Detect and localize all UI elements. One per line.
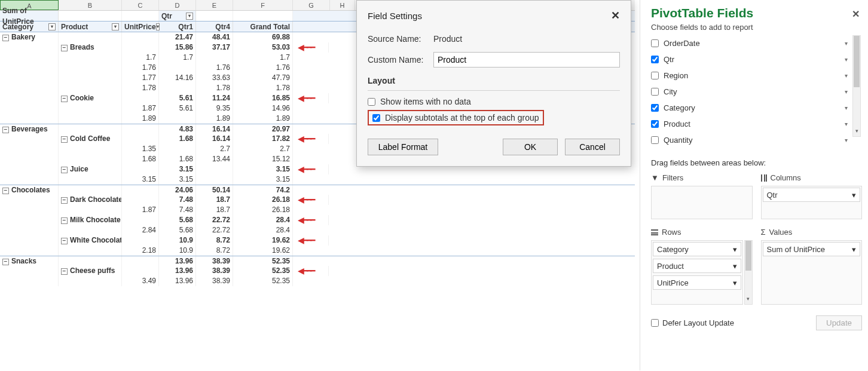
- cell[interactable]: 16.85: [233, 93, 293, 103]
- values-dropzone[interactable]: Sum of UnitPrice▾: [761, 240, 863, 305]
- cell[interactable]: 19.62: [233, 235, 293, 246]
- cell[interactable]: [122, 93, 159, 103]
- field-item[interactable]: OrderDate ▾: [651, 35, 848, 51]
- product-row[interactable]: −Dark Chocolate: [59, 195, 122, 205]
- cell[interactable]: 10.9: [159, 246, 196, 256]
- cell[interactable]: 1.76: [233, 63, 293, 73]
- cell[interactable]: 22.72: [196, 215, 233, 225]
- cell[interactable]: [59, 246, 122, 256]
- cell[interactable]: [122, 235, 159, 246]
- field-item[interactable]: Product ▾: [651, 116, 848, 132]
- cell[interactable]: 8.72: [196, 235, 233, 246]
- product-header[interactable]: Product▾: [59, 22, 122, 32]
- chevron-down-icon[interactable]: ▾: [845, 40, 848, 47]
- field-chip[interactable]: Product▾: [653, 259, 741, 273]
- cell[interactable]: 4.83: [159, 124, 196, 134]
- chevron-down-icon[interactable]: ▾: [733, 278, 737, 287]
- cell[interactable]: [59, 256, 122, 266]
- cell[interactable]: 14.96: [233, 103, 293, 114]
- cell[interactable]: 3.15: [233, 174, 293, 185]
- cell[interactable]: [159, 144, 196, 154]
- filters-dropzone[interactable]: [651, 186, 753, 219]
- cell[interactable]: 38.39: [196, 266, 233, 276]
- cell[interactable]: 1.35: [122, 144, 159, 154]
- collapse-icon[interactable]: −: [61, 136, 68, 143]
- collapse-icon[interactable]: −: [2, 259, 9, 265]
- qtr1-header[interactable]: Qtr1: [159, 22, 196, 32]
- cell[interactable]: 53.03: [233, 42, 293, 53]
- cell[interactable]: 26.18: [233, 195, 293, 205]
- cell[interactable]: [0, 215, 59, 225]
- cell[interactable]: 1.89: [233, 114, 293, 124]
- unitprice-header[interactable]: UnitPrice▾: [122, 22, 159, 32]
- ok-button[interactable]: OK: [503, 139, 558, 155]
- field-item[interactable]: City ▾: [651, 84, 848, 100]
- chevron-down-icon[interactable]: ▾: [845, 56, 848, 63]
- cell[interactable]: 8.72: [196, 246, 233, 256]
- cell[interactable]: 38.39: [196, 256, 233, 266]
- cell[interactable]: [59, 276, 122, 286]
- cell[interactable]: 1.7: [159, 53, 196, 63]
- product-row[interactable]: −White Chocolate: [59, 235, 122, 246]
- cell[interactable]: 13.96: [159, 256, 196, 266]
- update-button[interactable]: Update: [816, 315, 862, 330]
- field-checkbox[interactable]: [651, 136, 659, 144]
- cell[interactable]: 7.48: [159, 195, 196, 205]
- field-item[interactable]: Quantity ▾: [651, 132, 848, 148]
- chevron-down-icon[interactable]: ▾: [845, 137, 848, 143]
- col-header[interactable]: D: [159, 0, 196, 10]
- cell[interactable]: [196, 174, 233, 185]
- cell[interactable]: [122, 134, 159, 144]
- chevron-down-icon[interactable]: ▾: [845, 105, 848, 111]
- field-checkbox[interactable]: [651, 56, 659, 63]
- label-format-button[interactable]: Label Format: [368, 139, 438, 155]
- show-items-checkbox[interactable]: [368, 98, 375, 106]
- cell[interactable]: 21.47: [159, 32, 196, 42]
- cell[interactable]: [59, 225, 122, 235]
- chevron-down-icon[interactable]: ▾: [845, 72, 848, 79]
- field-checkbox[interactable]: [651, 88, 659, 96]
- cell[interactable]: [159, 114, 196, 124]
- cell[interactable]: [0, 103, 59, 114]
- col-header[interactable]: C: [122, 0, 159, 10]
- field-checkbox[interactable]: [651, 72, 659, 79]
- chevron-down-icon[interactable]: ▾: [745, 296, 752, 304]
- cell[interactable]: [122, 124, 159, 134]
- cell[interactable]: [0, 276, 59, 286]
- cell[interactable]: 48.41: [196, 32, 233, 42]
- qtr4-header[interactable]: Qtr4: [196, 22, 233, 32]
- cell[interactable]: 74.2: [233, 185, 293, 195]
- cell[interactable]: [0, 114, 59, 124]
- cell[interactable]: [59, 63, 122, 73]
- cell[interactable]: 2.7: [233, 144, 293, 154]
- cell[interactable]: 18.7: [196, 205, 233, 215]
- scrollbar-thumb[interactable]: [854, 36, 860, 87]
- cell[interactable]: [59, 103, 122, 114]
- cell[interactable]: 28.4: [233, 225, 293, 235]
- cell[interactable]: 16.14: [196, 124, 233, 134]
- cell[interactable]: [0, 93, 59, 103]
- cell[interactable]: [59, 144, 122, 154]
- chevron-down-icon[interactable]: ▾: [733, 262, 737, 271]
- cell[interactable]: [0, 225, 59, 235]
- cell[interactable]: [0, 83, 59, 93]
- cell[interactable]: [0, 63, 59, 73]
- cell[interactable]: 33.63: [196, 73, 233, 83]
- category-row[interactable]: −Chocolates: [0, 185, 59, 195]
- chevron-down-icon[interactable]: ▾: [852, 245, 856, 254]
- cell[interactable]: [0, 42, 59, 53]
- cell[interactable]: [0, 266, 59, 276]
- cell[interactable]: [122, 164, 159, 174]
- cell[interactable]: 5.61: [159, 103, 196, 114]
- cell[interactable]: 37.17: [196, 42, 233, 53]
- chevron-down-icon[interactable]: ▾: [733, 245, 737, 254]
- cell[interactable]: [122, 215, 159, 225]
- cell[interactable]: 5.61: [159, 93, 196, 103]
- collapse-icon[interactable]: −: [2, 35, 9, 41]
- cell[interactable]: 1.76: [196, 63, 233, 73]
- cell[interactable]: 3.15: [159, 164, 196, 174]
- cell[interactable]: 11.24: [196, 93, 233, 103]
- collapse-icon[interactable]: −: [61, 217, 68, 224]
- cell[interactable]: 15.86: [159, 42, 196, 53]
- cell[interactable]: [0, 195, 59, 205]
